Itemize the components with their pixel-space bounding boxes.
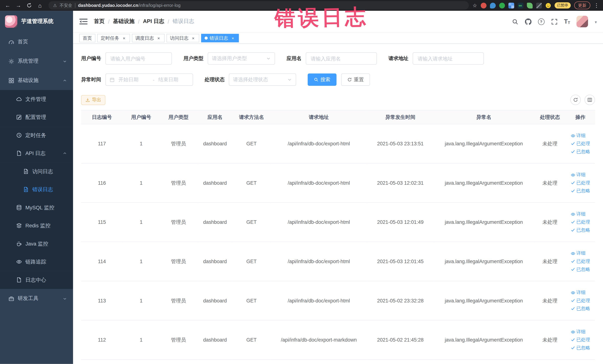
column-settings-button[interactable] [585,94,595,105]
green-circle-extension-icon[interactable] [499,2,505,8]
github-icon[interactable] [525,18,531,25]
red-circle-extension-icon[interactable] [480,2,486,8]
check-icon [570,150,575,154]
close-icon[interactable] [231,35,235,41]
logo[interactable]: 芋道管理系统 [0,11,73,32]
sidebar-item-redis-monitor[interactable]: Redis 监控 [0,217,73,235]
tab-home[interactable]: 首页 [79,34,95,42]
process-link[interactable]: 已处理 [570,180,590,186]
process-status-select[interactable]: 请选择处理状态 [229,73,296,86]
sidebar-item-access-log[interactable]: 访问日志 [0,163,73,181]
pickaxe-extension-icon[interactable] [536,2,542,8]
sidebar-item-log-center[interactable]: 日志中心 [0,271,73,289]
ignore-link[interactable]: 已忽略 [570,227,590,234]
detail-link[interactable]: 详细 [570,211,586,218]
download-icon [85,97,90,102]
ignore-link[interactable]: 已忽略 [570,149,590,155]
green-leaf-extension-icon[interactable] [527,2,532,8]
tab-access-log[interactable]: 访问日志 [166,34,199,42]
sidebar-item-api-log[interactable]: API 日志 [0,144,73,163]
main-area: 首页 / 基础设施 / API 日志 / 错误日志 [73,11,603,364]
address-bar[interactable]: 不安全 dashboard.yudao.iocoder.cn/infra/log… [48,1,469,10]
sidebar-item-config-manage[interactable]: 配置管理 [0,108,73,126]
sidebar-item-home[interactable]: 首页 [0,32,73,52]
user-type-select[interactable]: 请选择用户类型 [208,52,275,65]
home-icon[interactable] [35,1,45,10]
process-link[interactable]: 已处理 [570,140,590,147]
sidebar-item-java-monitor[interactable]: Java 监控 [0,235,73,253]
blue-drop-extension-icon[interactable] [490,2,496,8]
search-button[interactable]: 搜索 [308,73,337,86]
reload-icon[interactable] [25,1,34,10]
tab-job[interactable]: 定时任务 [97,34,130,42]
close-icon[interactable] [191,35,196,41]
ignore-link[interactable]: 已忽略 [570,266,590,273]
breadcrumb-home[interactable]: 首页 [94,18,104,25]
detail-link[interactable]: 详细 [570,250,586,257]
sidebar-item-system[interactable]: 系统管理 [0,52,73,71]
on-badge-extension-icon[interactable]: on [518,2,523,8]
reset-button[interactable]: 重置 [341,73,370,86]
search-icon[interactable] [512,18,518,25]
process-link[interactable]: 已处理 [570,337,590,343]
ignore-link[interactable]: 已忽略 [570,345,590,351]
process-link[interactable]: 已处理 [570,258,590,265]
security-label: 不安全 [59,2,72,8]
detail-link[interactable]: 详细 [570,329,586,335]
user-id-cell: 1 [123,242,160,281]
refresh-table-button[interactable] [570,94,581,105]
blue-grid-extension-icon[interactable] [508,2,514,8]
sidebar-item-trace[interactable]: 链路追踪 [0,253,73,271]
sidebar-item-infra[interactable]: 基础设施 [0,71,73,90]
filter-request-url: 请求地址 [388,52,484,65]
doc-icon [16,150,22,156]
process-link[interactable]: 已处理 [570,297,590,304]
font-size-icon[interactable] [564,19,570,25]
user-id-input[interactable] [105,52,172,65]
ignore-link[interactable]: 已忽略 [570,188,590,194]
export-button[interactable]: 导出 [81,95,105,105]
date-range-picker[interactable]: 开始日期 - 结束日期 [105,73,193,86]
chevron-down-icon [266,56,271,61]
avatar[interactable] [577,16,588,27]
fullscreen-icon[interactable] [551,18,557,25]
breadcrumb-infra[interactable]: 基础设施 [113,18,135,25]
app-name-input[interactable] [306,52,377,65]
layers-icon [16,223,22,228]
smiley-extension-icon[interactable] [545,2,551,8]
update-button[interactable]: 更新 [574,1,590,9]
detail-link[interactable]: 详细 [570,172,586,178]
request-url-input[interactable] [413,52,484,65]
detail-link[interactable]: 详细 [570,289,586,296]
sidebar-fold-icon[interactable] [79,18,88,25]
help-icon[interactable] [538,18,545,25]
table-header-row: 日志编号 用户编号 用户类型 应用名 请求方法名 请求地址 异常发生时间 异常名… [81,110,595,124]
sidebar-item-mysql-monitor[interactable]: MySQL 监控 [0,199,73,217]
search-button-label: 搜索 [320,76,330,83]
app-name-cell: dashboard [197,320,233,360]
ignore-link[interactable]: 已忽略 [570,305,590,312]
browser-menu-icon[interactable] [594,2,599,9]
sidebar-item-file-manage[interactable]: 文件管理 [0,90,73,108]
tab-label: 调度日志 [135,35,154,41]
columns-icon [587,97,592,102]
sidebar-item-error-log[interactable]: 错误日志 [0,180,73,199]
active-tab-dot [205,36,208,40]
paused-badge[interactable]: 已暂停 [555,2,571,8]
sidebar-menu: 首页系统管理基础设施文件管理配置管理定时任务API 日志访问日志错误日志MySQ… [0,32,73,364]
forward-icon[interactable] [14,1,23,10]
breadcrumb-api-log[interactable]: API 日志 [143,18,164,25]
bookmark-star-icon[interactable] [473,2,477,9]
tab-error-log[interactable]: 错误日志 [201,34,239,42]
process-link[interactable]: 已处理 [570,219,590,225]
sidebar-item-job[interactable]: 定时任务 [0,126,73,144]
tab-label: 错误日志 [210,35,228,41]
tab-job-log[interactable]: 调度日志 [132,34,165,42]
detail-link[interactable]: 详细 [570,132,586,139]
chevron-down-icon[interactable] [595,18,597,25]
close-icon[interactable] [122,35,127,41]
back-icon[interactable] [3,1,12,10]
close-icon[interactable] [156,35,161,41]
chevron-down-icon [63,296,67,301]
sidebar-item-devtools[interactable]: 研发工具 [0,289,73,308]
